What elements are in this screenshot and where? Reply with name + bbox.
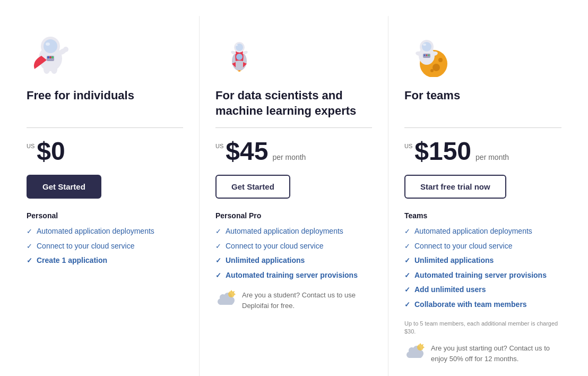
feature-text: Connect to your cloud service (414, 241, 512, 252)
check-icon: ✓ (27, 242, 32, 251)
svg-point-35 (424, 55, 426, 56)
teams-team-note: Up to 5 team members, each additional me… (404, 320, 561, 336)
feature-item: ✓Connect to your cloud service (27, 241, 183, 252)
feature-item: ✓Automated application deployments (27, 226, 183, 237)
check-icon: ✓ (215, 256, 221, 266)
feature-item: ✓Create 1 application (27, 255, 183, 266)
teams-tier-label: Teams (404, 211, 561, 220)
plan-free: Free for individualsUS$0Get StartedPerso… (11, 16, 200, 376)
pro-cta-button[interactable]: Get Started (215, 175, 290, 199)
free-price-amount: $0 (37, 139, 65, 164)
svg-point-9 (47, 56, 49, 58)
free-icon (27, 27, 183, 80)
free-tier-label: Personal (27, 211, 183, 220)
free-cta-button[interactable]: Get Started (27, 175, 101, 199)
svg-point-2 (44, 39, 57, 53)
teams-cta-button[interactable]: Start free trial now (404, 175, 506, 199)
pro-icon (215, 27, 372, 80)
feature-item: ✓Connect to your cloud service (215, 241, 372, 252)
pro-divider (215, 127, 372, 128)
check-icon: ✓ (404, 227, 410, 236)
check-icon: ✓ (404, 271, 410, 280)
teams-divider (404, 127, 561, 128)
teams-price-row: US$150per month (404, 139, 561, 164)
feature-item: ✓Connect to your cloud service (404, 241, 561, 252)
check-icon: ✓ (404, 242, 410, 251)
pro-price-period: per month (272, 153, 306, 161)
cloud-sun-icon (404, 343, 426, 362)
check-icon: ✓ (27, 227, 32, 236)
feature-item: ✓Collaborate with team members (404, 300, 561, 310)
feature-item: ✓Unlimited applications (404, 255, 561, 266)
feature-item: ✓Automated training server provisions (215, 270, 372, 281)
feature-item: ✓Add unlimited users (404, 285, 561, 295)
free-feature-list: ✓Automated application deployments✓Conne… (27, 226, 183, 266)
feature-text: Automated application deployments (37, 226, 154, 237)
pricing-grid: Free for individualsUS$0Get StartedPerso… (11, 16, 577, 376)
svg-point-36 (426, 55, 428, 56)
teams-contact-box: Are you just starting out? Contact us to… (404, 343, 561, 364)
svg-point-4 (63, 47, 68, 52)
pro-title: For data scientists and machine learning… (215, 88, 372, 120)
svg-point-7 (46, 42, 50, 46)
svg-point-25 (433, 64, 440, 71)
svg-point-5 (44, 65, 50, 74)
pro-contact-box: Are you a student? Contact us to use Dep… (215, 290, 372, 311)
svg-point-37 (428, 55, 430, 56)
svg-point-16 (236, 45, 238, 46)
svg-point-26 (438, 58, 443, 62)
svg-line-21 (234, 292, 234, 292)
free-divider (27, 127, 183, 128)
feature-text: Add unlimited users (414, 285, 486, 295)
feature-text: Unlimited applications (226, 255, 305, 266)
svg-point-11 (51, 56, 54, 58)
check-icon: ✓ (404, 300, 410, 310)
pro-feature-list: ✓Automated application deployments✓Conne… (215, 226, 372, 280)
svg-point-30 (422, 42, 431, 52)
pro-price-amount: $45 (226, 139, 268, 164)
feature-text: Automated training server provisions (414, 270, 547, 281)
check-icon: ✓ (215, 271, 221, 280)
teams-contact-text: Are you just starting out? Contact us to… (431, 343, 561, 364)
feature-text: Collaborate with team members (414, 300, 527, 310)
feature-item: ✓Unlimited applications (215, 255, 372, 266)
teams-icon (404, 27, 561, 80)
feature-text: Create 1 application (37, 255, 107, 266)
feature-text: Connect to your cloud service (37, 241, 134, 252)
feature-item: ✓Automated application deployments (215, 226, 372, 237)
feature-text: Automated application deployments (414, 226, 532, 237)
plan-pro: For data scientists and machine learning… (200, 16, 388, 376)
check-icon: ✓ (215, 242, 221, 251)
feature-text: Unlimited applications (414, 255, 494, 266)
pro-contact-text: Are you a student? Contact us to use Dep… (242, 290, 372, 311)
check-icon: ✓ (215, 227, 221, 236)
check-icon: ✓ (404, 256, 410, 266)
pro-price-prefix: US (215, 143, 223, 149)
feature-item: ✓Automated training server provisions (404, 270, 561, 281)
feature-text: Automated training server provisions (226, 270, 358, 281)
svg-point-27 (430, 69, 434, 72)
check-icon: ✓ (27, 256, 32, 266)
pro-tier-label: Personal Pro (215, 211, 372, 220)
teams-price-amount: $150 (414, 139, 471, 164)
plan-teams: For teamsUS$150per monthStart free trial… (388, 16, 577, 376)
svg-point-6 (51, 65, 57, 74)
teams-title: For teams (404, 88, 561, 120)
svg-point-10 (49, 56, 51, 58)
feature-item: ✓Automated application deployments (404, 226, 561, 237)
pro-price-row: US$45per month (215, 139, 372, 164)
teams-price-period: per month (475, 153, 509, 161)
check-icon: ✓ (404, 285, 410, 295)
feature-text: Connect to your cloud service (226, 241, 323, 252)
free-price-prefix: US (27, 143, 34, 149)
svg-point-13 (236, 54, 243, 60)
free-price-row: US$0 (27, 139, 183, 164)
svg-line-40 (422, 345, 423, 345)
feature-text: Automated application deployments (226, 226, 343, 237)
cloud-sun-icon (215, 290, 237, 309)
teams-feature-list: ✓Automated application deployments✓Conne… (404, 226, 561, 310)
teams-price-prefix: US (404, 143, 412, 149)
free-title: Free for individuals (27, 88, 183, 120)
svg-point-31 (423, 44, 426, 46)
